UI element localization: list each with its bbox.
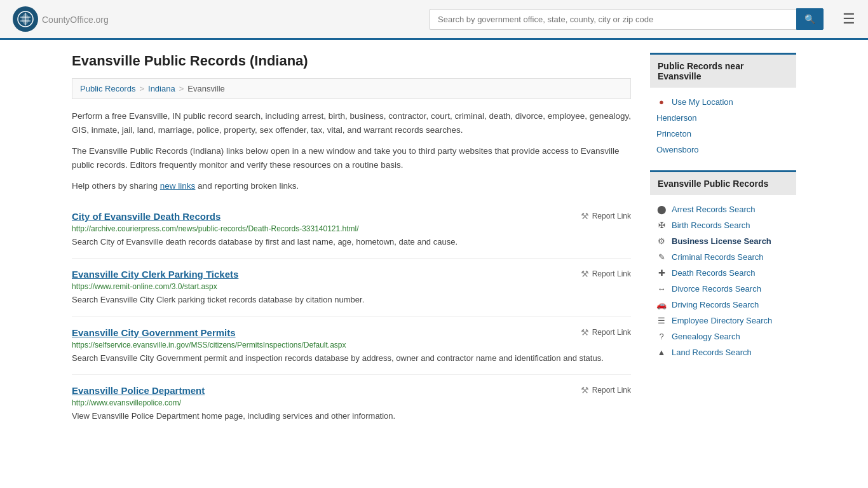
breadcrumb-sep-1: > — [139, 84, 144, 93]
sidebar: Public Records near Evansville ● Use My … — [650, 53, 796, 433]
record-item: City of Evansville Death Records ⚒ Repor… — [72, 201, 631, 259]
sidebar-records-title: Evansville Public Records — [650, 170, 796, 195]
logo-icon — [13, 6, 38, 32]
breadcrumb-public-records[interactable]: Public Records — [80, 84, 135, 93]
report-icon: ⚒ — [581, 269, 589, 279]
report-link[interactable]: ⚒ Report Link — [581, 269, 631, 279]
record-item: Evansville City Clerk Parking Tickets ⚒ … — [72, 259, 631, 317]
record-desc: View Evansville Police Department home p… — [72, 410, 631, 423]
report-link[interactable]: ⚒ Report Link — [581, 211, 631, 221]
page-container: Evansville Public Records (Indiana) Publ… — [59, 40, 809, 445]
sidebar-item-princeton[interactable]: Princeton — [650, 126, 796, 142]
header: CountyOffice.org 🔍 ☰ — [0, 0, 868, 40]
report-icon: ⚒ — [581, 385, 589, 395]
report-icon: ⚒ — [581, 327, 589, 337]
sidebar-item-criminal[interactable]: ✎ Criminal Records Search — [650, 249, 796, 265]
arrest-icon: ⬤ — [656, 205, 667, 214]
record-title[interactable]: Evansville City Government Permits — [72, 327, 236, 338]
death-icon: ✚ — [656, 268, 667, 278]
report-icon: ⚒ — [581, 211, 589, 221]
sidebar-item-genealogy[interactable]: ? Genealogy Search — [650, 329, 796, 344]
record-title[interactable]: Evansville Police Department — [72, 385, 205, 396]
genealogy-icon: ? — [656, 332, 667, 341]
report-link[interactable]: ⚒ Report Link — [581, 327, 631, 337]
sidebar-nearby-section: Public Records near Evansville ● Use My … — [650, 53, 796, 158]
sidebar-records-section: Evansville Public Records ⬤ Arrest Recor… — [650, 170, 796, 360]
search-input[interactable] — [430, 9, 796, 30]
breadcrumb-indiana[interactable]: Indiana — [148, 84, 175, 93]
sidebar-item-henderson[interactable]: Henderson — [650, 110, 796, 126]
new-links-link[interactable]: new links — [160, 181, 196, 191]
record-url: https://www.remit-online.com/3.0/start.a… — [72, 282, 631, 291]
sidebar-item-death[interactable]: ✚ Death Records Search — [650, 265, 796, 281]
record-desc: Search Evansville City Clerk parking tic… — [72, 294, 631, 306]
employee-icon: ☰ — [656, 316, 667, 325]
search-bar: 🔍 — [430, 8, 824, 30]
breadcrumb-sep-2: > — [179, 84, 184, 93]
record-title[interactable]: City of Evansville Death Records — [72, 211, 220, 222]
driving-icon: 🚗 — [656, 300, 667, 309]
sidebar-nearby-title: Public Records near Evansville — [650, 53, 796, 88]
breadcrumb: Public Records > Indiana > Evansville — [72, 78, 631, 99]
record-desc: Search City of Evansville death records … — [72, 236, 631, 248]
sidebar-item-employee[interactable]: ☰ Employee Directory Search — [650, 313, 796, 329]
use-location-link[interactable]: Use My Location — [672, 97, 733, 107]
description-3: Help others by sharing new links and rep… — [72, 179, 631, 193]
record-url: http://archive.courierpress.com/news/pub… — [72, 224, 631, 233]
logo-text: CountyOffice.org — [42, 13, 109, 26]
sidebar-item-land[interactable]: ▲ Land Records Search — [650, 344, 796, 360]
record-header: City of Evansville Death Records ⚒ Repor… — [72, 211, 631, 222]
main-content: Evansville Public Records (Indiana) Publ… — [72, 53, 631, 433]
logo[interactable]: CountyOffice.org — [13, 6, 109, 32]
sidebar-item-driving[interactable]: 🚗 Driving Records Search — [650, 297, 796, 313]
land-icon: ▲ — [656, 348, 667, 357]
location-icon: ● — [656, 97, 667, 107]
sidebar-item-business-license[interactable]: ⚙ Business License Search — [650, 233, 796, 249]
sidebar-item-arrest[interactable]: ⬤ Arrest Records Search — [650, 201, 796, 217]
description-1: Perform a free Evansville, IN public rec… — [72, 109, 631, 137]
record-header: Evansville City Clerk Parking Tickets ⚒ … — [72, 269, 631, 280]
record-desc: Search Evansville City Government permit… — [72, 352, 631, 365]
criminal-icon: ✎ — [656, 252, 667, 262]
birth-icon: ✠ — [656, 220, 667, 230]
use-location-item[interactable]: ● Use My Location — [650, 94, 796, 110]
search-button[interactable]: 🔍 — [796, 8, 824, 30]
record-header: Evansville Police Department ⚒ Report Li… — [72, 385, 631, 396]
records-list: City of Evansville Death Records ⚒ Repor… — [72, 201, 631, 433]
record-item: Evansville City Government Permits ⚒ Rep… — [72, 317, 631, 376]
breadcrumb-evansville: Evansville — [187, 84, 225, 93]
record-title[interactable]: Evansville City Clerk Parking Tickets — [72, 269, 238, 280]
record-url: http://www.evansvillepolice.com/ — [72, 398, 631, 407]
sidebar-item-owensboro[interactable]: Owensboro — [650, 142, 796, 158]
divorce-icon: ↔ — [656, 284, 667, 294]
description-2: The Evansville Public Records (Indiana) … — [72, 144, 631, 172]
sidebar-item-birth[interactable]: ✠ Birth Records Search — [650, 217, 796, 233]
business-license-icon: ⚙ — [656, 236, 667, 246]
record-header: Evansville City Government Permits ⚒ Rep… — [72, 327, 631, 338]
menu-icon[interactable]: ☰ — [843, 11, 855, 27]
record-item: Evansville Police Department ⚒ Report Li… — [72, 375, 631, 433]
record-url: https://selfservice.evansville.in.gov/MS… — [72, 341, 631, 349]
report-link[interactable]: ⚒ Report Link — [581, 385, 631, 395]
page-title: Evansville Public Records (Indiana) — [72, 53, 631, 69]
sidebar-item-divorce[interactable]: ↔ Divorce Records Search — [650, 281, 796, 297]
